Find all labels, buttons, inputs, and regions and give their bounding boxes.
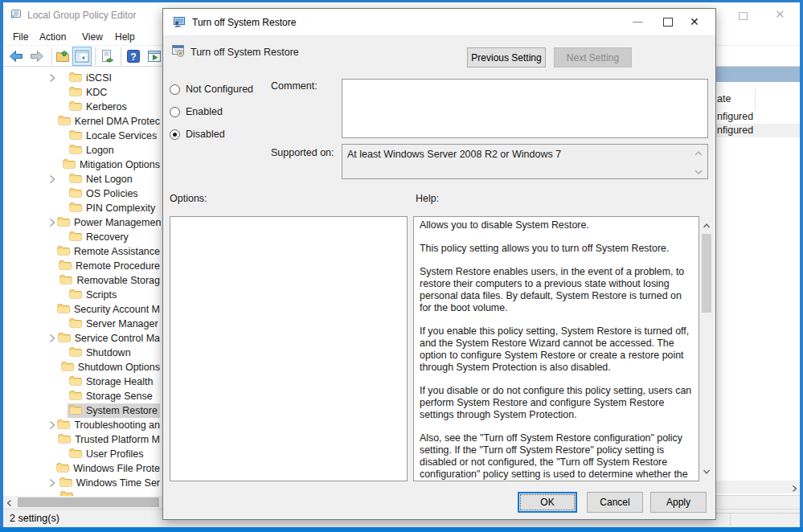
tree-item[interactable]: Windows Time Ser [3,476,162,490]
tree-item[interactable]: Troubleshooting an [3,418,162,432]
cancel-button[interactable]: Cancel [587,492,643,513]
tree-item-label: Recovery [86,231,129,243]
export-list-icon[interactable] [100,48,116,64]
details-row[interactable]: nfigured [716,124,800,137]
supported-scroll-down-icon[interactable] [694,166,703,173]
tree-item[interactable]: Storage Sense [3,389,162,403]
folder-icon [69,289,82,301]
details-rows: nfigurednfigured [716,110,800,137]
folder-icon [69,100,82,113]
chevron-right-icon[interactable] [49,218,55,227]
tree-item[interactable]: Mitigation Options [3,158,162,172]
status-divider-dotted [716,513,800,514]
extended-view-icon[interactable] [146,48,162,64]
tree-item[interactable]: Power Managemen [3,215,162,230]
previous-setting-button[interactable]: Previous Setting [467,47,546,68]
tree-item[interactable]: Removable Storag [3,273,162,288]
console-tree-toggle-icon[interactable] [72,47,92,66]
back-arrow-icon[interactable] [8,48,24,64]
scroll-left-icon[interactable] [6,498,14,509]
tree-horizontal-scrollbar[interactable] [3,496,162,509]
supported-on-label: Supported on: [271,147,334,158]
tree-item-label: PIN Complexity [86,203,155,214]
chevron-right-icon[interactable] [49,334,56,343]
tree-item[interactable]: Service Control Ma [3,331,162,346]
supported-scroll-up-icon[interactable] [694,148,703,154]
tree-item[interactable]: iSCSI [3,71,162,85]
folder-icon [69,173,82,186]
tree-item[interactable]: Locale Services [3,129,162,143]
folder-icon [57,216,70,229]
tree-item[interactable]: Remote Assistance [3,244,162,259]
tree-item[interactable]: Trusted Platform M [3,432,162,447]
scroll-right-icon[interactable] [790,484,798,495]
chevron-right-icon[interactable] [49,478,58,488]
tree-item[interactable]: OS Policies [3,186,162,201]
chevron-right-icon[interactable] [49,73,68,83]
main-maximize-button[interactable] [739,12,748,20]
menu-help[interactable]: Help [115,31,135,43]
dialog-close-button[interactable]: ✕ [690,15,699,28]
tree-item[interactable]: Shutdown [3,346,162,360]
tree-item-label: Net Logon [86,174,133,185]
supported-on-field[interactable]: At least Windows Server 2008 R2 or Windo… [342,144,708,179]
scroll-up-icon[interactable] [703,220,711,231]
folder-icon [69,231,82,243]
tree-item[interactable]: Logon [3,143,162,158]
tree-item[interactable]: System Restore [3,403,162,418]
details-row[interactable]: nfigured [716,110,800,124]
tree-item[interactable]: Kernel DMA Protec [3,114,162,129]
tree-item-label: Troubleshooting an [74,419,160,431]
tree-item[interactable]: Remote Procedure [3,259,162,273]
help-icon[interactable]: ? [125,48,141,64]
tree-item[interactable]: Net Logon [3,172,162,186]
folder-icon [59,274,72,287]
help-scroll-thumb[interactable] [702,234,711,313]
tree-item[interactable]: Server Manager [3,317,162,331]
tree-item-label: Service Control Ma [75,333,160,344]
tree-hscroll-thumb[interactable] [18,497,159,507]
up-one-level-folder-icon[interactable] [55,48,71,64]
forward-arrow-icon[interactable] [29,48,45,64]
tree-item-label: Scripts [86,289,117,301]
radio-enabled[interactable]: Enabled [170,105,223,118]
radio-disabled[interactable]: Disabled [170,128,225,141]
tree-item[interactable]: Scripts [3,288,162,302]
folder-icon [69,129,82,142]
chevron-right-icon[interactable] [49,420,55,430]
radio-label: Enabled [186,106,223,117]
help-vertical-scrollbar[interactable] [700,217,713,481]
tree-item[interactable]: Recovery [3,230,162,244]
tree-item[interactable]: User Profiles [3,447,162,461]
state-column-header[interactable]: ate [717,93,731,104]
tree-item[interactable]: PIN Complexity [3,201,162,215]
tree-item[interactable]: KDC [3,85,162,100]
apply-button[interactable]: Apply [650,492,707,513]
dialog-minimize-button[interactable] [633,22,643,23]
radio-button-icon[interactable] [170,84,180,95]
help-paragraph: Allows you to disable System Restore. [420,219,692,231]
main-close-button[interactable]: ✕ [775,7,785,22]
radio-button-icon[interactable] [170,129,180,140]
folder-icon [57,419,70,432]
ok-button[interactable]: OK [518,492,577,513]
tree-item-label: Kerberos [86,101,127,113]
tree-item[interactable]: Storage Health [3,374,162,389]
main-window-title: Local Group Policy Editor [27,10,136,21]
tree-item[interactable]: Windows File Prote [3,461,162,476]
chevron-right-icon[interactable] [49,174,68,184]
tree-item[interactable]: Security Account M [3,302,162,317]
tree-item[interactable]: Shutdown Options [3,360,162,374]
menu-file[interactable]: File [13,31,28,43]
radio-button-icon[interactable] [170,107,180,117]
menu-action[interactable]: Action [39,31,66,43]
tree-item[interactable]: Kerberos [3,100,162,114]
comment-input[interactable] [342,79,708,138]
details-pane-bottom-fill [716,496,800,509]
tree-item-label: System Restore [86,405,158,416]
details-horizontal-scrollbar[interactable] [716,481,800,493]
menu-view[interactable]: View [82,31,103,43]
dialog-maximize-button[interactable] [663,18,673,27]
scroll-down-icon[interactable] [703,466,711,477]
radio-not-configured[interactable]: Not Configured [170,83,253,96]
